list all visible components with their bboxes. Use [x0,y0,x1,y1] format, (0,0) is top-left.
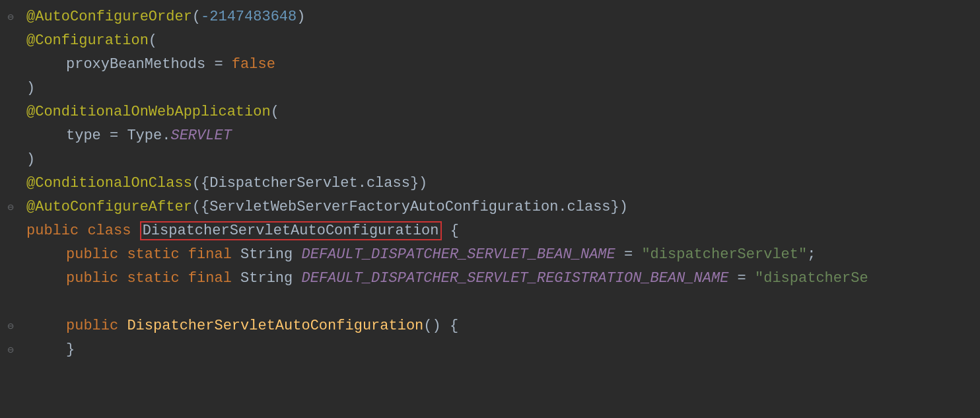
code-token: public [66,318,118,334]
line-content: ) [21,148,969,171]
code-token: public [66,270,118,287]
code-token: .class [358,175,410,192]
code-token: ; [807,246,816,263]
code-line: type = Type.SERVLET [0,124,980,148]
code-token: String [240,246,293,263]
code-token: SERVLET [170,127,231,144]
code-token: false [232,56,275,73]
code-token: public [66,246,118,263]
code-token: final [188,246,232,263]
code-line: ⊖@AutoConfigureAfter({ServletWebServerFa… [0,195,980,219]
code-token: ) [26,80,35,96]
code-token: ServletWebServerFactoryAutoConfiguration [209,199,558,215]
code-token: = [101,127,127,144]
code-line: @Configuration( [0,29,980,53]
code-token: }) [410,175,427,192]
code-token: @Configuration [26,32,149,49]
code-token: { [442,223,459,239]
code-token: ) [297,9,305,25]
code-token: DispatcherServletAutoConfiguration [140,221,442,240]
code-token [180,246,188,263]
fold-close-icon[interactable]: ⊖ [7,343,14,360]
code-token: }) [611,199,628,215]
code-token: ({ [192,199,209,215]
fold-open-icon[interactable]: ⊖ [7,200,14,217]
code-token: ( [192,9,201,25]
code-token: final [188,270,232,287]
line-content: public static final String DEFAULT_DISPA… [21,243,969,266]
code-line: @ConditionalOnClass({DispatcherServlet.c… [0,172,980,195]
code-token [118,318,127,334]
line-content: } [21,338,969,361]
line-content: public class DispatcherServletAutoConfig… [21,219,969,242]
line-content: public DispatcherServletAutoConfiguratio… [21,314,969,337]
code-token [118,246,127,263]
code-token: @AutoConfigureOrder [26,9,192,25]
code-token [232,270,240,287]
code-token: type [66,127,101,144]
code-token: static [127,270,179,287]
code-token [293,246,301,263]
line-content: @AutoConfigureAfter({ServletWebServerFac… [21,195,969,219]
line-gutter: ⊖ [0,343,21,360]
code-token [118,270,127,287]
code-token: .class [558,199,610,215]
fold-open-icon[interactable]: ⊖ [7,10,14,27]
code-token: -2147483648 [201,9,297,25]
line-gutter: ⊖ [0,319,21,336]
code-token [180,270,188,287]
line-content: @AutoConfigureOrder(-2147483648) [21,5,969,28]
code-token: ( [149,32,157,49]
line-content: public static final String DEFAULT_DISPA… [21,267,969,290]
code-token: DEFAULT_DISPATCHER_SERVLET_REGISTRATION_… [301,270,728,287]
code-line: public static final String DEFAULT_DISPA… [0,243,980,267]
code-line: ⊖@AutoConfigureOrder(-2147483648) [0,5,980,29]
code-line: proxyBeanMethods = false [0,53,980,77]
code-token: DispatcherServlet [209,175,357,192]
code-token: = [205,56,232,73]
code-token: proxyBeanMethods [66,56,205,73]
fold-open-icon[interactable]: ⊖ [7,319,14,336]
code-token: public [26,223,79,239]
code-line: public class DispatcherServletAutoConfig… [0,219,980,243]
line-content: @ConditionalOnWebApplication( [21,100,969,123]
code-line: ⊖} [0,338,980,362]
code-line: @ConditionalOnWebApplication( [0,100,980,124]
code-line: ) [0,77,980,100]
line-content: proxyBeanMethods = false [21,53,969,76]
code-line [0,291,980,314]
code-token: @AutoConfigureAfter [26,199,192,215]
code-token: DEFAULT_DISPATCHER_SERVLET_BEAN_NAME [301,246,615,263]
code-token: @ConditionalOnWebApplication [26,104,271,120]
code-token: static [127,246,179,263]
line-content: @ConditionalOnClass({DispatcherServlet.c… [21,172,969,195]
code-editor: ⊖@AutoConfigureOrder(-2147483648)@Config… [0,0,980,418]
code-token [79,223,87,239]
line-gutter: ⊖ [0,10,21,27]
code-line: ⊖public DispatcherServletAutoConfigurati… [0,314,980,338]
line-content: @Configuration( [21,29,969,52]
line-content: type = Type.SERVLET [21,124,969,147]
code-line: public static final String DEFAULT_DISPA… [0,267,980,291]
code-line: ) [0,148,980,172]
code-token: ( [271,104,279,120]
code-token [131,223,139,239]
code-token: () { [423,318,458,334]
code-token: String [240,270,293,287]
line-gutter: ⊖ [0,200,21,217]
code-token: = [728,270,755,287]
code-token: . [162,127,170,144]
code-token: @ConditionalOnClass [26,175,192,192]
code-token: ({ [192,175,209,192]
code-token: "dispatcherServlet" [641,246,807,263]
code-token: "dispatcherSe [755,270,868,287]
code-token: DispatcherServletAutoConfiguration [127,318,423,334]
code-token: class [87,223,131,239]
code-token: } [66,341,75,358]
code-token: Type [127,127,162,144]
code-token [232,246,240,263]
code-token: = [615,246,642,263]
code-token [293,270,301,287]
code-token: ) [26,151,35,168]
line-content: ) [21,77,969,100]
